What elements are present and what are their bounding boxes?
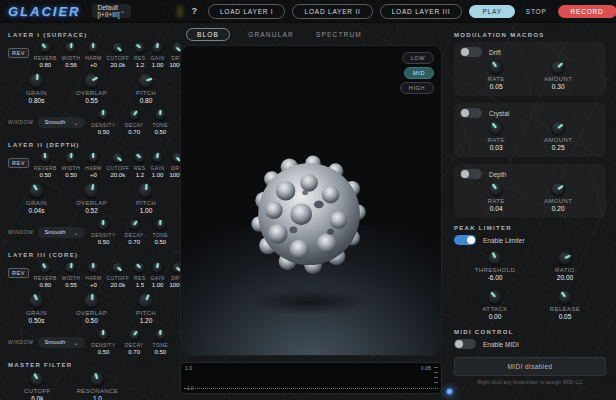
reverb-knob[interactable] [40, 42, 51, 53]
pitch-knob-group: PITCH0.80 [136, 73, 156, 104]
knob-label: WIDTH [62, 275, 80, 281]
freq-low-button[interactable]: LOW [402, 52, 434, 64]
knob-pointer [490, 292, 495, 297]
res-knob[interactable] [134, 262, 145, 273]
scope-ticks [434, 367, 438, 387]
attack-knob[interactable] [488, 290, 502, 304]
drift-toggle[interactable] [460, 47, 482, 57]
width-knob[interactable] [65, 152, 76, 163]
res-knob-group: RES1.5 [134, 262, 145, 288]
freq-mid-button[interactable]: MID [404, 67, 434, 79]
limiter-toggle[interactable] [454, 235, 476, 245]
knob-value: 1.2 [136, 62, 144, 68]
decay-knob[interactable] [129, 329, 140, 340]
reverb-knob-group: REVERB0.50 [34, 152, 57, 178]
load-layer-1-button[interactable]: LOAD LAYER I [208, 4, 286, 19]
window-select[interactable]: Smooth⌄ [38, 227, 86, 238]
stop-button[interactable]: STOP [522, 5, 551, 18]
gain-knob[interactable] [152, 152, 163, 163]
harm-knob[interactable] [88, 152, 99, 163]
pitch-knob[interactable] [138, 293, 153, 308]
amount-knob[interactable] [551, 121, 565, 135]
ratio-knob[interactable] [558, 251, 572, 265]
tone-knob[interactable] [155, 329, 166, 340]
amount-knob[interactable] [551, 60, 565, 74]
knob-value: 0.50 [39, 172, 51, 178]
window-label: WINDOW [8, 229, 34, 235]
knob-label: RES [134, 165, 145, 171]
gain-knob[interactable] [152, 42, 163, 53]
grain-knob[interactable] [29, 73, 44, 88]
pitch-knob[interactable] [138, 73, 153, 88]
window-select[interactable]: Smooth⌄ [38, 117, 86, 128]
blob-canvas[interactable]: LOWMIDHIGH [180, 45, 442, 356]
rev-button[interactable]: REV [8, 268, 29, 278]
knob-pointer [70, 263, 72, 268]
rev-button[interactable]: REV [8, 158, 29, 168]
play-button[interactable]: PLAY [469, 5, 514, 18]
window-select[interactable]: Smooth⌄ [38, 337, 86, 348]
grain-knob-group: GRAIN0.50s [26, 293, 47, 324]
amount-knob[interactable] [551, 182, 565, 196]
gain-knob[interactable] [152, 262, 163, 273]
record-button[interactable]: RECORD [558, 5, 616, 18]
rate-knob[interactable] [489, 60, 503, 74]
main-body: LAYER I (SURFACE)REVREVERB0.80WIDTH0.56H… [0, 23, 616, 400]
density-knob[interactable] [98, 329, 109, 340]
midi-status-button[interactable]: MIDI disabled [454, 357, 606, 376]
cutoff-knob[interactable] [112, 262, 123, 273]
decay-knob[interactable] [129, 109, 140, 120]
crystal-toggle[interactable] [460, 108, 482, 118]
density-knob[interactable] [98, 109, 109, 120]
midi-toggle[interactable] [454, 339, 476, 349]
knob-pointer [558, 62, 563, 67]
threshold-knob[interactable] [488, 251, 502, 265]
density-knob[interactable] [98, 219, 109, 230]
overlap-knob-group: OVERLAP0.50 [76, 293, 107, 324]
freq-high-button[interactable]: HIGH [400, 82, 434, 94]
rate-knob[interactable] [489, 121, 503, 135]
overlap-knob[interactable] [84, 183, 99, 198]
res-knob[interactable] [134, 42, 145, 53]
width-knob[interactable] [65, 42, 76, 53]
glacier-app: GLACIER Default [I+II+III] ⌄ ? LOAD LAYE… [0, 0, 616, 400]
depth-toggle[interactable] [460, 169, 482, 179]
resonance-knob[interactable] [90, 372, 104, 386]
macro-card-depth: DepthRATE0.04AMOUNT0.20 [454, 164, 606, 218]
rev-button[interactable]: REV [8, 48, 29, 58]
preset-select[interactable]: Default [I+II+III] ⌄ [92, 4, 132, 18]
grain-knob[interactable] [29, 293, 44, 308]
grain-knob[interactable] [29, 183, 44, 198]
tab-spectrum[interactable]: SPECTRUM [312, 29, 366, 40]
knob-value: 0.50 [65, 172, 77, 178]
load-layer-2-button[interactable]: LOAD LAYER II [292, 4, 372, 19]
tab-granular[interactable]: GRANULAR [244, 29, 298, 40]
window-row: WINDOWSmooth⌄DENSITY0.50DECAY0.70TONE0.5… [8, 109, 170, 135]
tab-blob[interactable]: BLOB [186, 28, 230, 41]
release-knob[interactable] [558, 290, 572, 304]
harm-knob[interactable] [88, 262, 99, 273]
decay-knob[interactable] [129, 219, 140, 230]
width-knob[interactable] [65, 262, 76, 273]
cutoff-knob[interactable] [30, 372, 44, 386]
overlap-knob[interactable] [84, 293, 99, 308]
tone-knob[interactable] [155, 219, 166, 230]
reverb-knob[interactable] [40, 262, 51, 273]
decay-knob-group: DECAY0.70 [125, 219, 144, 245]
tone-knob[interactable] [155, 109, 166, 120]
output-scope[interactable]: 1.0 -1.0 0 dB [180, 362, 442, 394]
overlap-knob[interactable] [84, 73, 99, 88]
chevron-down-icon: ⌄ [73, 339, 78, 346]
cutoff-knob[interactable] [112, 152, 123, 163]
chevron-down-icon: ⌄ [120, 7, 126, 15]
knob-value: 0.52 [85, 207, 98, 214]
rate-knob[interactable] [489, 182, 503, 196]
knob-pointer [117, 157, 122, 161]
res-knob[interactable] [134, 152, 145, 163]
help-button[interactable]: ? [191, 6, 197, 16]
reverb-knob[interactable] [40, 152, 51, 163]
pitch-knob[interactable] [138, 183, 153, 198]
cutoff-knob[interactable] [112, 42, 123, 53]
load-layer-3-button[interactable]: LOAD LAYER III [380, 4, 463, 19]
harm-knob[interactable] [88, 42, 99, 53]
